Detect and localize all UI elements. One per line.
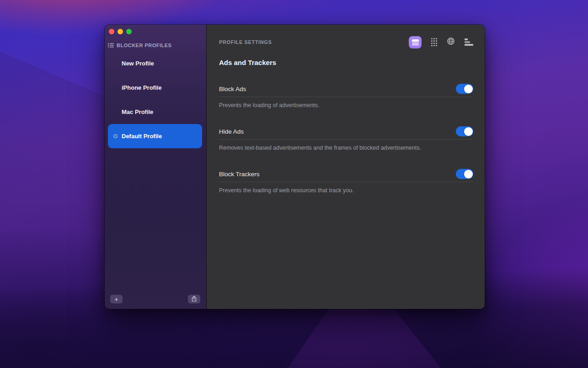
section-title: Ads and Trackers xyxy=(219,59,473,68)
close-window-button[interactable] xyxy=(109,29,114,34)
row-divider xyxy=(219,139,473,140)
block-ads-toggle[interactable] xyxy=(456,84,473,94)
profile-label: iPhone Profile xyxy=(122,84,161,91)
view-toolbar xyxy=(409,36,473,49)
setting-head: Hide Ads xyxy=(219,124,473,139)
setting-row-block-ads: Block Ads Prevents the loading of advert… xyxy=(219,81,473,109)
add-profile-button[interactable]: + xyxy=(110,295,123,303)
setting-row-hide-ads: Hide Ads Removes text-based advertisemen… xyxy=(219,124,473,152)
toggle-knob xyxy=(464,127,473,136)
toggle-knob xyxy=(464,170,473,179)
setting-head: Block Trackers xyxy=(219,166,473,182)
app-window: BLOCKER PROFILES New Profile iPhone Prof… xyxy=(105,25,485,309)
sidebar-item-new-profile[interactable]: New Profile xyxy=(108,51,202,76)
setting-head: Block Ads xyxy=(219,81,473,97)
profile-label: Default Profile xyxy=(122,133,162,140)
settings-card-icon xyxy=(412,39,419,45)
main-titlebar: PROFILE SETTINGS xyxy=(219,25,473,58)
setting-description: Removes text-based advertisements and th… xyxy=(219,144,473,152)
plus-icon: + xyxy=(114,296,118,303)
setting-label: Hide Ads xyxy=(219,128,244,135)
share-icon xyxy=(192,296,197,303)
sidebar-item-iphone-profile[interactable]: iPhone Profile xyxy=(108,76,202,100)
toggle-knob xyxy=(464,85,473,93)
sidebar-item-default-profile[interactable]: Default Profile xyxy=(108,124,202,148)
block-trackers-toggle[interactable] xyxy=(456,169,473,179)
globe-icon xyxy=(447,37,455,47)
selected-profile-circle-icon xyxy=(113,134,118,138)
profile-label: New Profile xyxy=(122,60,154,67)
sidebar-footer: + xyxy=(105,291,206,309)
zoom-window-button[interactable] xyxy=(126,29,132,34)
sidebar: BLOCKER PROFILES New Profile iPhone Prof… xyxy=(105,25,206,309)
stats-view-button[interactable] xyxy=(465,38,473,46)
setting-label: Block Trackers xyxy=(219,171,260,178)
dots-grid-icon xyxy=(431,38,437,46)
settings-list: Block Ads Prevents the loading of advert… xyxy=(219,81,473,195)
row-divider xyxy=(219,97,473,97)
bars-chart-icon xyxy=(465,38,473,46)
web-rules-button[interactable] xyxy=(447,37,455,47)
profile-settings-view-button[interactable] xyxy=(409,36,422,49)
traffic-lights xyxy=(105,25,206,34)
sidebar-item-mac-profile[interactable]: Mac Profile xyxy=(108,100,202,124)
profile-label: Mac Profile xyxy=(122,108,153,115)
list-bullet-icon xyxy=(108,41,114,49)
grid-view-button[interactable] xyxy=(431,38,437,46)
setting-label: Block Ads xyxy=(219,86,246,92)
profile-list: New Profile iPhone Profile Mac Profile D… xyxy=(105,51,206,148)
sidebar-title: BLOCKER PROFILES xyxy=(117,43,171,48)
panel-title: PROFILE SETTINGS xyxy=(219,39,272,45)
row-divider xyxy=(219,182,473,182)
setting-row-block-trackers: Block Trackers Prevents the loading of w… xyxy=(219,166,473,195)
minimize-window-button[interactable] xyxy=(118,29,123,34)
sidebar-header: BLOCKER PROFILES xyxy=(105,34,206,49)
setting-description: Prevents the loading of advertisements. xyxy=(219,101,473,109)
main-panel: PROFILE SETTINGS xyxy=(206,25,485,309)
hide-ads-toggle[interactable] xyxy=(456,126,473,136)
share-profile-button[interactable] xyxy=(188,295,200,303)
setting-description: Prevents the loading of web resources th… xyxy=(219,186,473,195)
